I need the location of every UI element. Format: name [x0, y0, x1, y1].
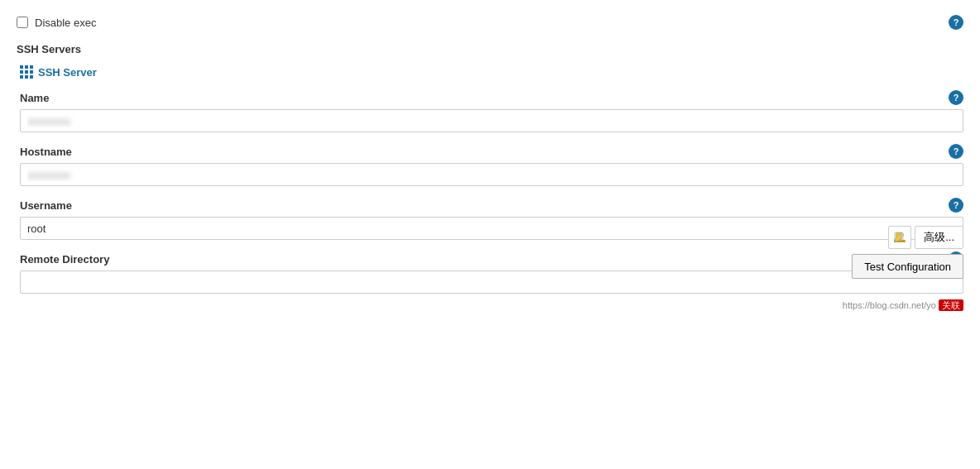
name-label-row: Name ?: [20, 90, 963, 105]
pencil-icon: [893, 231, 906, 244]
remote-directory-label-row: Remote Directory ?: [20, 251, 963, 266]
username-field-row: Username ?: [20, 198, 963, 240]
help-icon-name[interactable]: ?: [949, 90, 963, 105]
help-icon-username[interactable]: ?: [949, 198, 963, 213]
username-input[interactable]: [20, 217, 963, 240]
pencil-button[interactable]: [888, 226, 911, 249]
test-configuration-button[interactable]: Test Configuration: [852, 254, 963, 279]
disable-exec-label: Disable exec: [35, 17, 96, 29]
ssh-servers-section-label: SSH Servers: [17, 43, 963, 55]
hostname-label-row: Hostname ?: [20, 144, 963, 159]
remote-directory-field-row: Remote Directory ?: [20, 251, 963, 294]
username-label-row: Username ?: [20, 198, 963, 213]
grid-drag-icon: [20, 65, 33, 79]
ssh-server-label: SSH Server: [38, 66, 97, 79]
hostname-input[interactable]: [20, 163, 963, 186]
disable-exec-row: Disable exec ?: [17, 15, 963, 30]
disable-exec-checkbox[interactable]: [17, 17, 28, 28]
ssh-server-section: SSH Server Name ? Hostname ? Username ?: [20, 65, 963, 294]
name-input[interactable]: [20, 109, 963, 132]
username-label: Username: [20, 199, 72, 212]
top-buttons-row: 高级...: [888, 226, 963, 249]
watermark-highlight: 关联: [939, 299, 963, 311]
remote-directory-input[interactable]: [20, 270, 963, 294]
name-label: Name: [20, 92, 49, 104]
hostname-label: Hostname: [20, 146, 72, 158]
watermark: https://blog.csdn.net/yo 关联: [843, 299, 963, 312]
main-container: Disable exec ? SSH Servers SSH Server: [0, 0, 980, 320]
hostname-field-row: Hostname ?: [20, 144, 963, 186]
advanced-button[interactable]: 高级...: [915, 226, 963, 249]
help-icon-top[interactable]: ?: [949, 15, 963, 30]
bottom-actions: 高级... Test Configuration: [852, 226, 963, 279]
name-field-row: Name ?: [20, 90, 963, 132]
remote-directory-label: Remote Directory: [20, 253, 109, 266]
ssh-server-header: SSH Server: [20, 65, 963, 79]
watermark-text: https://blog.csdn.net/yo: [843, 300, 936, 310]
disable-exec-left: Disable exec: [17, 17, 96, 29]
help-icon-hostname[interactable]: ?: [949, 144, 963, 159]
